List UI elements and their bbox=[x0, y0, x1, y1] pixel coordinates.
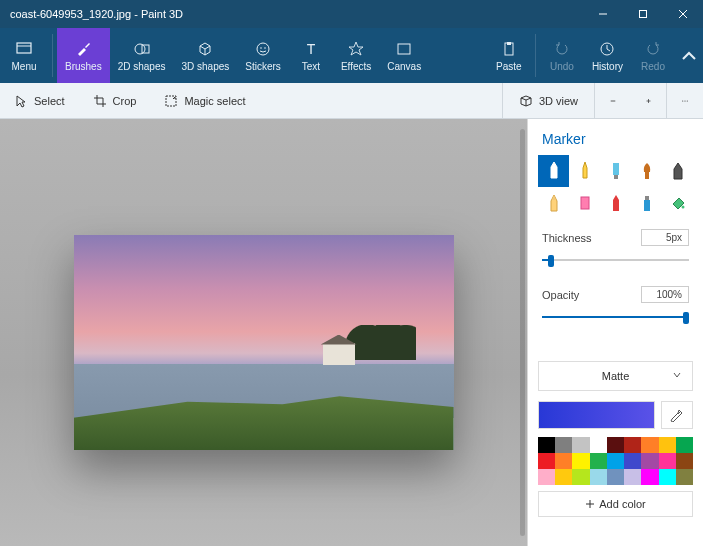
zoom-out-button[interactable] bbox=[595, 83, 631, 118]
canvas-tab[interactable]: Canvas bbox=[379, 28, 429, 83]
svg-point-29 bbox=[681, 206, 684, 209]
canvas-area[interactable] bbox=[0, 119, 527, 546]
palette-color[interactable] bbox=[659, 453, 676, 469]
svg-rect-14 bbox=[507, 42, 511, 45]
svg-rect-4 bbox=[17, 43, 31, 53]
palette-color[interactable] bbox=[572, 469, 589, 485]
svg-rect-25 bbox=[645, 172, 649, 179]
palette-color[interactable] bbox=[607, 469, 624, 485]
palette-color[interactable] bbox=[590, 453, 607, 469]
shapes-3d-tab[interactable]: 3D shapes bbox=[174, 28, 238, 83]
thickness-label: Thickness bbox=[542, 232, 592, 244]
palette-color[interactable] bbox=[572, 437, 589, 453]
svg-rect-12 bbox=[398, 44, 410, 54]
brush-eraser[interactable] bbox=[569, 187, 600, 219]
palette-color[interactable] bbox=[624, 437, 641, 453]
zoom-in-button[interactable] bbox=[631, 83, 667, 118]
brush-calligraphy[interactable] bbox=[569, 155, 600, 187]
undo-button[interactable]: Undo bbox=[540, 28, 584, 83]
palette-color[interactable] bbox=[572, 453, 589, 469]
brush-crayon[interactable] bbox=[600, 187, 631, 219]
panel-title: Marker bbox=[528, 119, 703, 155]
svg-rect-27 bbox=[644, 200, 650, 211]
palette-color[interactable] bbox=[676, 469, 693, 485]
close-button[interactable] bbox=[663, 0, 703, 28]
add-color-button[interactable]: Add color bbox=[538, 491, 693, 517]
minimize-button[interactable] bbox=[583, 0, 623, 28]
vertical-scrollbar[interactable] bbox=[520, 129, 525, 536]
palette-color[interactable] bbox=[659, 469, 676, 485]
palette-color[interactable] bbox=[676, 453, 693, 469]
shapes-2d-tab[interactable]: 2D shapes bbox=[110, 28, 174, 83]
palette-color[interactable] bbox=[641, 453, 658, 469]
svg-rect-1 bbox=[640, 11, 647, 18]
canvas-image[interactable] bbox=[74, 235, 454, 450]
magic-select-tool[interactable]: Magic select bbox=[150, 83, 259, 118]
window-title: coast-6049953_1920.jpg - Paint 3D bbox=[10, 8, 183, 20]
thickness-section: Thickness 5px bbox=[528, 219, 703, 250]
maximize-button[interactable] bbox=[623, 0, 663, 28]
eyedropper-button[interactable] bbox=[661, 401, 693, 429]
effects-tab[interactable]: Effects bbox=[333, 28, 379, 83]
expand-ribbon-button[interactable] bbox=[675, 28, 703, 83]
svg-rect-26 bbox=[581, 197, 589, 209]
view-3d-button[interactable]: 3D view bbox=[502, 83, 595, 118]
palette-color[interactable] bbox=[538, 437, 555, 453]
brush-watercolor[interactable] bbox=[631, 155, 662, 187]
svg-point-8 bbox=[257, 43, 269, 55]
title-bar: coast-6049953_1920.jpg - Paint 3D bbox=[0, 0, 703, 28]
redo-button[interactable]: Redo bbox=[631, 28, 675, 83]
thickness-slider[interactable] bbox=[542, 252, 689, 268]
palette-color[interactable] bbox=[624, 469, 641, 485]
opacity-value[interactable]: 100% bbox=[641, 286, 689, 303]
svg-point-21 bbox=[684, 100, 685, 101]
side-panel: Marker Thickness 5px Opacity 100% bbox=[527, 119, 703, 546]
palette-color[interactable] bbox=[641, 437, 658, 453]
palette-color[interactable] bbox=[555, 469, 572, 485]
more-options-button[interactable] bbox=[667, 83, 703, 118]
palette-color[interactable] bbox=[538, 469, 555, 485]
current-color-swatch[interactable] bbox=[538, 401, 655, 429]
brush-oil[interactable] bbox=[600, 155, 631, 187]
menu-button[interactable]: Menu bbox=[0, 28, 48, 83]
palette-color[interactable] bbox=[607, 453, 624, 469]
svg-rect-28 bbox=[645, 196, 649, 200]
history-button[interactable]: History bbox=[584, 28, 631, 83]
material-dropdown[interactable]: Matte bbox=[538, 361, 693, 391]
crop-tool[interactable]: Crop bbox=[79, 83, 151, 118]
chevron-down-icon bbox=[672, 370, 682, 382]
thickness-value[interactable]: 5px bbox=[641, 229, 689, 246]
palette-color[interactable] bbox=[538, 453, 555, 469]
palette-color[interactable] bbox=[590, 469, 607, 485]
palette-color[interactable] bbox=[555, 437, 572, 453]
stickers-tab[interactable]: Stickers bbox=[237, 28, 289, 83]
brush-marker[interactable] bbox=[538, 155, 569, 187]
toolbar: Select Crop Magic select 3D view bbox=[0, 83, 703, 119]
brush-pencil[interactable] bbox=[538, 187, 569, 219]
text-tab[interactable]: T Text bbox=[289, 28, 333, 83]
svg-text:T: T bbox=[307, 41, 316, 57]
brush-fill[interactable] bbox=[662, 187, 693, 219]
palette-color[interactable] bbox=[676, 437, 693, 453]
opacity-label: Opacity bbox=[542, 289, 579, 301]
palette-color[interactable] bbox=[659, 437, 676, 453]
color-palette bbox=[538, 437, 693, 485]
palette-color[interactable] bbox=[641, 469, 658, 485]
opacity-slider[interactable] bbox=[542, 309, 689, 325]
palette-color[interactable] bbox=[590, 437, 607, 453]
palette-color[interactable] bbox=[624, 453, 641, 469]
svg-point-9 bbox=[260, 47, 262, 49]
brush-spray[interactable] bbox=[631, 187, 662, 219]
brush-grid bbox=[528, 155, 703, 219]
palette-color[interactable] bbox=[555, 453, 572, 469]
svg-point-20 bbox=[682, 100, 683, 101]
paste-button[interactable]: Paste bbox=[487, 28, 531, 83]
svg-rect-24 bbox=[614, 175, 618, 179]
palette-color[interactable] bbox=[607, 437, 624, 453]
brush-pixel[interactable] bbox=[662, 155, 693, 187]
svg-point-10 bbox=[264, 47, 266, 49]
ribbon: Menu Brushes 2D shapes 3D shapes Sticker… bbox=[0, 28, 703, 83]
svg-point-22 bbox=[687, 100, 688, 101]
select-tool[interactable]: Select bbox=[0, 83, 79, 118]
brushes-tab[interactable]: Brushes bbox=[57, 28, 110, 83]
